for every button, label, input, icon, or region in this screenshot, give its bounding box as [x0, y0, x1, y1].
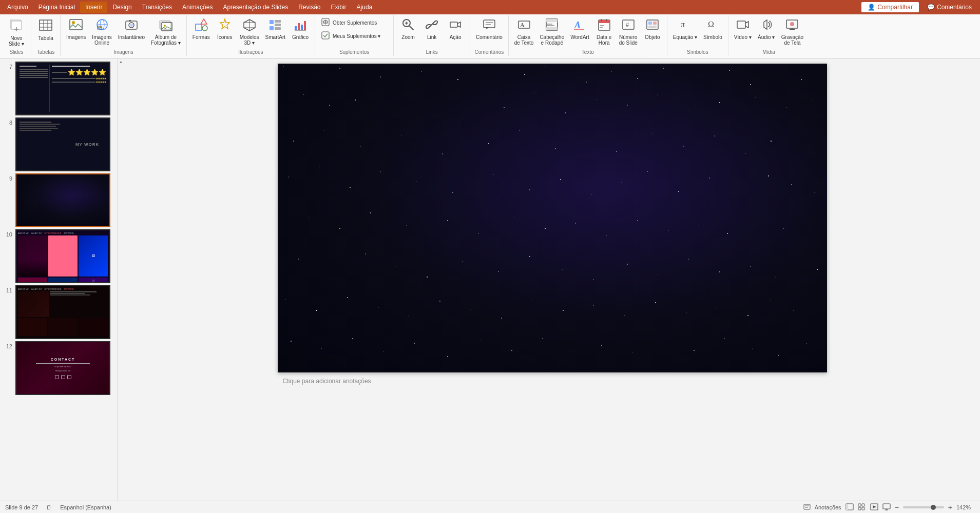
- svg-rect-19: [129, 20, 131, 22]
- novo-slide-button[interactable]: NovoSlide ▾: [5, 16, 28, 48]
- audio-icon: [760, 18, 773, 33]
- gravacao-tela-button[interactable]: Gravaçãode Tela: [779, 16, 806, 47]
- notes-label[interactable]: Anotações: [815, 504, 841, 510]
- ribbon-group-imagens: Imagens ImagensOnline: [61, 15, 187, 56]
- ribbon-group-tabelas: Tabela Tabelas: [31, 15, 61, 56]
- menu-revisao[interactable]: Revisão: [293, 2, 325, 13]
- caixa-texto-button[interactable]: A Caixade Texto: [512, 16, 536, 47]
- acao-icon: [449, 18, 462, 33]
- simbolo-button[interactable]: Ω Símbolo: [701, 16, 725, 42]
- zoom-button[interactable]: Zoom: [397, 16, 419, 42]
- scroll-up-arrow[interactable]: ▲: [119, 60, 123, 64]
- presenter-view-icon[interactable]: [882, 503, 891, 511]
- language-info: Espanhol (Espanha): [60, 504, 111, 510]
- svg-text:Ω: Ω: [708, 20, 714, 29]
- comments-icon: 💬: [927, 4, 935, 11]
- zoom-label: Zoom: [401, 34, 415, 40]
- annotation-bar[interactable]: Clique para adicionar anotações: [278, 374, 827, 388]
- slide-num-7: 7: [3, 62, 12, 70]
- equacao-button[interactable]: π Equação ▾: [670, 16, 700, 42]
- icones-button[interactable]: Ícones: [214, 16, 236, 42]
- slide-thumb-8[interactable]: MY WORK: [15, 117, 110, 171]
- modelos3d-label: Modelos3D ▾: [240, 34, 259, 46]
- smartart-button[interactable]: SmartArt: [263, 16, 288, 42]
- comments-button[interactable]: 💬 Comentários: [921, 2, 978, 12]
- numero-slide-label: Númerodo Slide: [619, 34, 638, 46]
- tabela-button[interactable]: Tabela: [34, 16, 57, 43]
- slide-thumb-7[interactable]: ⭐⭐⭐⭐⭐ ⭐⭐⭐⭐⭐ ⭐⭐⭐⭐⭐: [15, 62, 110, 115]
- slide-thumb-container-10: 10 ABOUT ME WHAT I DO MY EXPERIENCE MY W…: [0, 228, 118, 284]
- zoom-slider[interactable]: [903, 506, 944, 508]
- ribbon-group-suplementos: Obter Suplementos Meus Suplementos ▾ Sup…: [315, 15, 394, 56]
- slide-panel: 7 ⭐⭐⭐⭐⭐: [0, 58, 118, 513]
- numero-slide-button[interactable]: # Númerodo Slide: [617, 16, 640, 47]
- share-button[interactable]: 👤 Compartilhar: [861, 2, 919, 12]
- notes-button[interactable]: [803, 503, 811, 511]
- menu-transicoes[interactable]: Transições: [137, 2, 177, 13]
- smartart-label: SmartArt: [265, 34, 285, 40]
- ribbon-group-ilustracoes-items: Formas Ícones: [190, 16, 312, 48]
- zoom-in-button[interactable]: +: [948, 503, 952, 511]
- ribbon-group-midia-items: Vídeo ▾ Áudio ▾: [732, 16, 806, 48]
- notes-icon: [803, 503, 811, 510]
- ribbon-group-suplementos-items: Obter Suplementos Meus Suplementos ▾: [318, 16, 390, 48]
- video-button[interactable]: Vídeo ▾: [732, 16, 754, 42]
- ribbon-group-texto: A Caixade Texto: [509, 15, 667, 56]
- meus-suplementos-button[interactable]: Meus Suplementos ▾: [318, 30, 390, 42]
- svg-rect-38: [298, 23, 300, 30]
- link-button[interactable]: Link: [420, 16, 443, 42]
- numero-slide-icon: #: [622, 18, 635, 33]
- slide-canvas[interactable]: [278, 64, 827, 372]
- menu-arquivo[interactable]: Arquivo: [2, 2, 33, 13]
- menu-pagina-inicial[interactable]: Página Inicial: [33, 2, 80, 13]
- annotation-placeholder: Clique para adicionar anotações: [283, 378, 371, 385]
- modelos3d-button[interactable]: Modelos3D ▾: [237, 16, 262, 47]
- svg-text:A: A: [574, 20, 581, 30]
- zoom-icon: [401, 18, 415, 33]
- menu-inserir[interactable]: Inserir: [80, 2, 107, 13]
- menu-exibir[interactable]: Exibir: [326, 2, 352, 13]
- audio-button[interactable]: Áudio ▾: [755, 16, 778, 42]
- zoom-level[interactable]: 142%: [956, 504, 975, 510]
- menu-ajuda[interactable]: Ajuda: [352, 2, 378, 13]
- status-right: Anotações: [803, 503, 975, 511]
- link-icon: [425, 18, 438, 33]
- comentario-button[interactable]: Comentário: [473, 16, 505, 42]
- album-fotografias-button[interactable]: Álbum deFotografias ▾: [148, 16, 183, 47]
- meus-suplementos-icon: [321, 31, 330, 41]
- svg-rect-60: [546, 27, 558, 30]
- grafico-button[interactable]: Gráfico: [289, 16, 312, 42]
- imagens-button[interactable]: Imagens: [64, 16, 88, 42]
- novo-slide-icon: [9, 18, 24, 34]
- cabecalho-rodape-label: Cabeçalhoe Rodapé: [540, 34, 564, 46]
- ribbon-content: NovoSlide ▾ Slides: [0, 14, 980, 58]
- slide-thumb-9[interactable]: [15, 173, 110, 227]
- data-hora-button[interactable]: Data eHora: [593, 16, 616, 47]
- wordart-button[interactable]: A WordArt: [568, 16, 592, 42]
- reading-view-icon[interactable]: [870, 503, 878, 511]
- svg-text:A: A: [520, 22, 525, 29]
- objeto-button[interactable]: Objeto: [641, 16, 664, 42]
- slide-thumb-12[interactable]: CONTACT Do you have any ideas? Hello@you…: [15, 341, 110, 395]
- menu-apresentacao[interactable]: Apresentação de Slides: [218, 2, 293, 13]
- slide-sorter-icon[interactable]: [858, 503, 866, 511]
- gravacao-tela-icon: [785, 18, 799, 33]
- imagens-online-button[interactable]: ImagensOnline: [89, 16, 114, 47]
- instantaneo-label: Instantâneo: [118, 34, 145, 40]
- slide-thumb-10[interactable]: ABOUT ME WHAT I DO MY EXPERIENCE MY WORK: [15, 229, 110, 283]
- slide-thumb-container-12: 12 CONTACT Do you have any ideas? Hello@…: [0, 340, 118, 396]
- menu-design[interactable]: Design: [107, 2, 137, 13]
- obter-suplementos-button[interactable]: Obter Suplementos: [318, 16, 390, 29]
- link-label: Link: [427, 34, 436, 40]
- instantaneo-button[interactable]: Instantâneo: [116, 16, 147, 42]
- slide-thumb-11[interactable]: ABOUT ME WHAT I DO MY EXPERIENCE MY WORK: [15, 285, 110, 339]
- ribbon-group-ilustracoes-label: Ilustrações: [238, 48, 263, 55]
- normal-view-icon[interactable]: [846, 503, 854, 511]
- acao-button[interactable]: Ação: [444, 16, 467, 42]
- svg-rect-74: [648, 22, 652, 25]
- menu-animacoes[interactable]: Animações: [177, 2, 218, 13]
- formas-button[interactable]: Formas: [190, 16, 213, 42]
- slide-thumb-container-11: 11 ABOUT ME WHAT I DO MY EXPERIENCE MY W…: [0, 284, 118, 340]
- cabecalho-rodape-button[interactable]: Cabeçalhoe Rodapé: [537, 16, 567, 47]
- zoom-out-button[interactable]: −: [895, 503, 899, 511]
